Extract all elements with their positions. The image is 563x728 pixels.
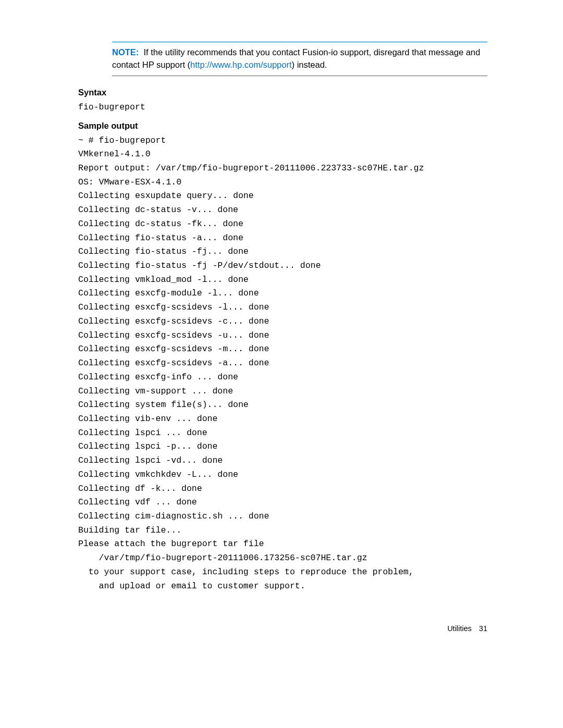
footer-page-number: 31	[479, 624, 487, 633]
note-link[interactable]: http://www.hp.com/support	[190, 60, 291, 69]
note-label: NOTE:	[112, 47, 139, 57]
sample-output-block: ~ # fio-bugreport VMkernel-4.1.0 Report …	[78, 134, 487, 594]
syntax-command: fio-bugreport	[78, 101, 487, 115]
footer-section: Utilities	[447, 624, 472, 633]
page-content: NOTE: If the utility recommends that you…	[0, 0, 563, 664]
note-text-after: ) instead.	[292, 60, 327, 69]
syntax-heading: Syntax	[78, 88, 487, 97]
sample-output-heading: Sample output	[78, 121, 487, 131]
page-footer: Utilities31	[78, 624, 487, 633]
note-box: NOTE: If the utility recommends that you…	[112, 42, 487, 76]
